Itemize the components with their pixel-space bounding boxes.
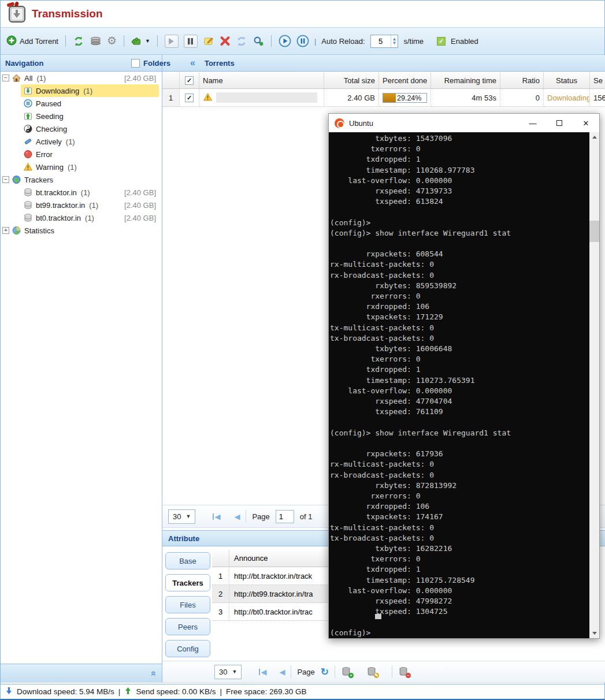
tab-peers[interactable]: Peers xyxy=(165,618,210,635)
remove-button[interactable] xyxy=(220,36,231,46)
upload-arrow-icon xyxy=(124,687,132,697)
announce-header-rownum xyxy=(212,550,229,567)
database-icon xyxy=(23,188,34,197)
tree-item-warning[interactable]: Warning (1) xyxy=(1,161,162,173)
collapse-nav-icon[interactable]: « xyxy=(190,58,194,68)
page-number-input[interactable] xyxy=(276,510,294,523)
tree-item-statistics[interactable]: + Statistics xyxy=(1,224,162,237)
scroll-up-icon[interactable] xyxy=(589,132,599,142)
header-remaining-time[interactable]: Remaining time xyxy=(431,72,500,89)
header-status[interactable]: Status xyxy=(544,72,590,89)
maximize-button[interactable] xyxy=(546,114,573,132)
header-ratio[interactable]: Ratio xyxy=(500,72,544,89)
pagination-separator xyxy=(246,510,246,523)
attr-prev-page-button[interactable]: ◀ xyxy=(279,668,285,676)
auto-reload-spinner[interactable]: ▲▼ xyxy=(370,35,399,48)
torrent-row[interactable]: 1 2.40 GB 29.24% 4m 53s 0 Downloading 15… xyxy=(162,89,605,107)
terminal-scrollbar[interactable] xyxy=(589,132,599,638)
send-speed-text: Send speed: 0.00 KB/s xyxy=(136,687,216,696)
tree-item-downloading[interactable]: Downloading (1) xyxy=(1,84,162,97)
actively-icon xyxy=(23,137,34,146)
ubuntu-logo-icon xyxy=(335,118,344,128)
tab-config[interactable]: Config xyxy=(165,640,210,657)
terminal-window[interactable]: Ubuntu — ✕ txbytes: 15437096 txerrors: 0… xyxy=(328,113,600,639)
header-percent-done[interactable]: Percent done xyxy=(379,72,431,89)
reannounce-button[interactable] xyxy=(236,36,247,47)
collapse-expander-icon[interactable]: − xyxy=(2,75,9,81)
first-page-button[interactable]: ◀ xyxy=(213,512,220,521)
header-seeds[interactable]: Se xyxy=(590,72,605,89)
download-arrow-icon xyxy=(5,687,13,697)
pause-all-button[interactable] xyxy=(296,35,309,47)
select-all-checkbox[interactable] xyxy=(185,76,194,85)
refresh-button[interactable] xyxy=(73,36,84,47)
collapse-expander-icon[interactable]: − xyxy=(2,176,9,183)
attr-first-page-button[interactable]: ◀ xyxy=(259,668,266,676)
navigation-footer: « xyxy=(1,664,162,683)
chevron-down-icon: ▼ xyxy=(145,38,150,44)
tree-item-paused[interactable]: Paused xyxy=(1,97,162,110)
settings-button[interactable]: ⚙ xyxy=(107,36,117,46)
tree-item-tracker-bt[interactable]: bt.tracktor.in (1) [2.40 GB] xyxy=(1,186,162,199)
close-button[interactable]: ✕ xyxy=(573,114,599,132)
pause-icon xyxy=(187,38,194,44)
scrollbar-thumb[interactable] xyxy=(589,221,599,242)
auto-reload-input[interactable] xyxy=(371,35,391,47)
free-space-text: Free space: 269.30 GB xyxy=(226,687,307,696)
terminal-content[interactable]: txbytes: 15437096 txerrors: 0 txdropped:… xyxy=(329,132,589,638)
main-toolbar: Add Torrent ⚙ ▼ xyxy=(1,27,604,55)
tab-files[interactable]: Files xyxy=(165,596,210,613)
purge-button[interactable] xyxy=(90,36,102,46)
tree-item-tracker-bt99[interactable]: bt99.tracktor.in (1) [2.40 GB] xyxy=(1,199,162,211)
database-icon xyxy=(23,213,34,222)
status-separator: | xyxy=(118,687,121,696)
row-select[interactable] xyxy=(180,89,199,107)
tree-item-error[interactable]: Error xyxy=(1,148,162,161)
status-value: Downloading xyxy=(547,94,590,102)
start-all-button[interactable] xyxy=(279,35,291,47)
warning-icon xyxy=(203,92,213,103)
progress-bar: 29.24% xyxy=(383,93,427,103)
torrents-title: Torrents xyxy=(205,59,235,68)
enabled-checkbox[interactable] xyxy=(437,37,446,46)
tree-item-actively[interactable]: Actively (1) xyxy=(1,135,162,148)
folders-toggle: Folders xyxy=(131,55,170,72)
scroll-down-icon[interactable] xyxy=(589,628,599,638)
tab-base[interactable]: Base xyxy=(165,552,210,569)
tree-item-tracker-bt0[interactable]: bt0.tracktor.in (1) [2.40 GB] xyxy=(1,211,162,224)
tab-trackers[interactable]: Trackers xyxy=(165,574,210,591)
prev-page-button[interactable]: ◀ xyxy=(234,512,240,521)
tree-item-all[interactable]: − All (1) [2.40 GB] xyxy=(1,72,162,84)
minimize-button[interactable]: — xyxy=(519,114,546,132)
edit-tracker-button[interactable]: ✎ xyxy=(366,667,378,677)
header-total-size[interactable]: Total size xyxy=(324,72,379,89)
spinner-arrows[interactable]: ▲▼ xyxy=(391,35,398,47)
expand-expander-icon[interactable]: + xyxy=(2,227,9,234)
edit-button[interactable] xyxy=(203,36,214,46)
status-bar: Download speed: 5.94 MB/s | Send speed: … xyxy=(1,684,604,699)
folders-checkbox[interactable] xyxy=(131,59,140,68)
terminal-title: Ubuntu xyxy=(349,119,373,128)
remaining-time-value: 4m 53s xyxy=(431,89,500,107)
delete-tracker-button[interactable]: − xyxy=(398,667,410,677)
find-button[interactable] xyxy=(253,36,264,47)
page-label: Page xyxy=(252,512,269,521)
attr-page-size-select[interactable]: 30 ▼ xyxy=(214,665,242,679)
torrent-name-cell[interactable] xyxy=(199,89,324,107)
refresh-page-icon[interactable]: ↻ xyxy=(321,666,329,678)
tree-item-seeding[interactable]: Seeding xyxy=(1,110,162,122)
header-name[interactable]: Name xyxy=(199,72,324,89)
tree-item-checking[interactable]: Checking xyxy=(1,122,162,135)
application-window: Transmission Add Torrent ⚙ ▼ xyxy=(0,0,605,700)
add-torrent-button[interactable]: Add Torrent xyxy=(6,35,58,47)
page-size-select[interactable]: 30 ▼ xyxy=(168,509,195,524)
plugins-button[interactable]: ▼ xyxy=(131,36,150,46)
tree-item-trackers[interactable]: − Trackers xyxy=(1,173,162,186)
row-checkbox[interactable] xyxy=(185,94,194,102)
pause-button[interactable] xyxy=(184,35,198,48)
start-button[interactable] xyxy=(165,35,179,48)
header-select-all[interactable] xyxy=(180,72,199,89)
chevron-double-up-icon[interactable]: « xyxy=(149,671,159,675)
add-tracker-button[interactable]: + xyxy=(341,667,352,677)
pagination-separator xyxy=(392,665,392,678)
